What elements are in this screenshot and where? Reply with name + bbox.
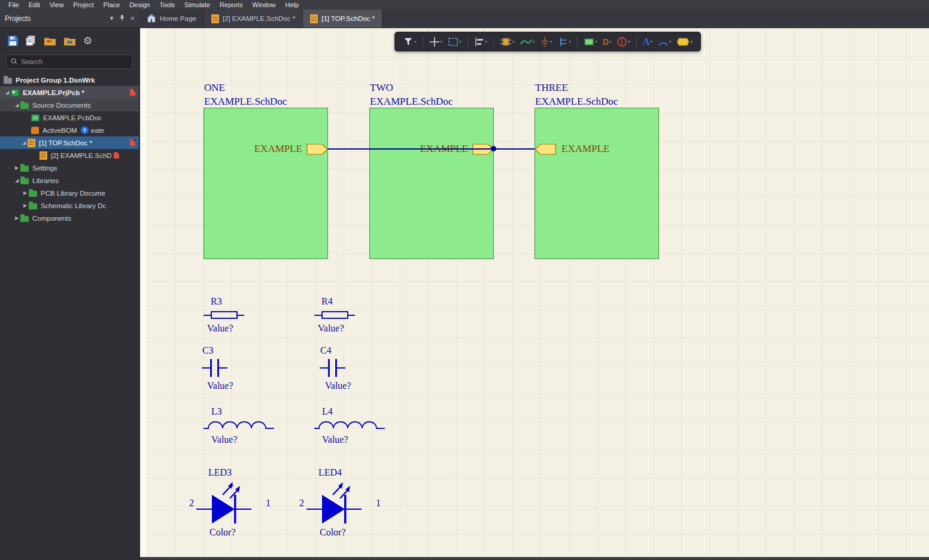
value-label[interactable]: Value?	[207, 323, 244, 334]
tree-item-project-group[interactable]: Project Group 1.DsnWrk	[0, 74, 139, 86]
align-icon[interactable]: ▾	[472, 36, 490, 47]
sheet-symbol-two[interactable]: EXAMPLE	[369, 108, 494, 259]
designator[interactable]: C4	[320, 345, 351, 356]
explorer-folder-icon[interactable]	[63, 36, 76, 46]
documents-icon[interactable]	[26, 35, 37, 47]
sheet-label-two: TWOEXAMPLE.SchDoc	[370, 81, 453, 108]
menu-reports[interactable]: Reports	[215, 1, 248, 8]
schematic-canvas[interactable]: ▾ ▾ ▾ ▾ ▾ ▾ ▾ ▾	[140, 28, 929, 560]
component-c4[interactable]: C4 Value?	[320, 345, 351, 391]
tree-item-settings[interactable]: ▶ Settings	[0, 162, 139, 174]
component-l4[interactable]: L4 Value?	[314, 406, 385, 445]
pin-icon[interactable]	[119, 14, 125, 23]
menu-window[interactable]: Window	[247, 1, 280, 8]
menu-design[interactable]: Design	[125, 1, 154, 8]
search-input[interactable]	[21, 58, 128, 65]
value-label[interactable]: Value?	[325, 381, 351, 391]
wire[interactable]	[328, 148, 535, 150]
value-label[interactable]: Color?	[320, 527, 381, 538]
schdoc-icon	[28, 139, 35, 147]
tree-item-activebom[interactable]: ActiveBOM ? eate	[0, 124, 139, 136]
compile-folder-icon[interactable]	[44, 36, 56, 46]
value-label[interactable]: Value?	[211, 434, 274, 445]
value-label[interactable]: Value?	[207, 381, 233, 391]
tree-item-sch-library[interactable]: ▶ Schematic Library Dc	[0, 199, 139, 212]
cross-cursor-icon[interactable]: ▾	[427, 36, 445, 47]
component-led3[interactable]: LED3 2 1 Color?	[189, 467, 271, 538]
tree-item-example-schdoc[interactable]: [2] EXAMPLE.SchD	[0, 149, 139, 162]
select-area-icon[interactable]: ▾	[446, 36, 463, 47]
sheet-entry[interactable]: EXAMPLE	[535, 143, 609, 155]
expander-expanded-icon[interactable]: ◢	[20, 140, 28, 145]
tree-item-pcbdoc[interactable]: EXAMPLE.PcbDoc	[0, 111, 139, 124]
menu-simulate[interactable]: Simulate	[180, 1, 215, 8]
tree-item-libraries[interactable]: ◢ Libraries	[0, 174, 139, 187]
sheet-symbol-icon[interactable]: ▾	[582, 36, 599, 47]
close-icon[interactable]: ×	[130, 14, 135, 23]
menu-file[interactable]: File	[4, 1, 24, 8]
tab-top-schdoc[interactable]: [1] TOP.SchDoc *	[303, 10, 382, 28]
designator[interactable]: C3	[202, 345, 233, 356]
menu-help[interactable]: Help	[281, 1, 304, 8]
component-r4[interactable]: R4 Value?	[314, 296, 355, 334]
chevron-down-icon: ▾	[512, 39, 515, 44]
tree-item-project[interactable]: ◢ EXAMPLE.PrjPcb *	[0, 86, 139, 99]
expander-collapsed-icon[interactable]: ▶	[13, 165, 20, 171]
search-box[interactable]	[6, 54, 133, 69]
component-l3[interactable]: L3 Value?	[204, 406, 274, 445]
designator[interactable]: R4	[321, 296, 355, 307]
sheet-symbol-one[interactable]: EXAMPLE	[204, 108, 328, 259]
expander-collapsed-icon[interactable]: ▶	[22, 190, 29, 196]
text-string-icon[interactable]: A ▾	[641, 36, 654, 47]
folder-icon	[29, 191, 37, 197]
signal-harness-icon[interactable]: ▾	[556, 36, 573, 47]
tab-example-schdoc[interactable]: [2] EXAMPLE.SchDoc *	[204, 10, 303, 28]
value-label[interactable]: Color?	[210, 527, 271, 538]
designator[interactable]: L4	[322, 406, 385, 417]
filter-icon[interactable]: ▾	[401, 36, 418, 47]
expander-collapsed-icon[interactable]: ▶	[22, 203, 29, 208]
tab-label: [1] TOP.SchDoc *	[321, 15, 375, 22]
place-wire-icon[interactable]: ▾	[518, 36, 537, 47]
port-icon[interactable]: ▾	[675, 38, 694, 46]
designator[interactable]: LED4	[318, 467, 381, 478]
expander-expanded-icon[interactable]: ◢	[13, 102, 20, 108]
schdoc-icon	[211, 14, 219, 23]
chevron-down-icon[interactable]: ▼	[109, 15, 115, 22]
value-label[interactable]: Value?	[318, 323, 355, 334]
chevron-down-icon: ▾	[609, 39, 612, 44]
expander-collapsed-icon[interactable]: ▶	[13, 215, 20, 221]
no-erc-icon[interactable]: ▾	[615, 36, 632, 47]
designator[interactable]: LED3	[208, 467, 271, 478]
place-part-icon[interactable]: ▾	[498, 36, 517, 47]
tab-home-page[interactable]: Home Page	[139, 10, 204, 28]
menu-place[interactable]: Place	[99, 1, 125, 8]
tree-item-source-documents[interactable]: ◢ Source Documents	[0, 99, 139, 111]
menu-edit[interactable]: Edit	[24, 1, 45, 8]
designator[interactable]: L3	[211, 406, 274, 417]
sheet-entry[interactable]: EXAMPLE	[254, 143, 328, 155]
power-port-icon[interactable]: ▾	[538, 36, 554, 47]
menu-view[interactable]: View	[45, 1, 69, 8]
component-led4[interactable]: LED4 2 1 Color?	[299, 467, 381, 538]
save-icon[interactable]	[7, 35, 19, 47]
arc-icon[interactable]: ▾	[656, 37, 673, 47]
menu-project[interactable]: Project	[68, 1, 98, 8]
expander-expanded-icon[interactable]: ◢	[13, 178, 20, 183]
tree-item-components[interactable]: ▶ Components	[0, 212, 139, 224]
tree-item-pcb-library[interactable]: ▶ PCB Library Docume	[0, 187, 139, 199]
gear-icon[interactable]: ⚙	[83, 36, 92, 46]
project-icon	[11, 89, 19, 96]
component-c3[interactable]: C3 Value?	[202, 345, 233, 391]
component-r3[interactable]: R3 Value?	[204, 296, 244, 334]
folder-icon	[20, 178, 29, 184]
projects-panel: ⚙ Project Group 1.DsnWrk ◢ EXAMPLE.PrjPc…	[0, 28, 139, 560]
sheet-symbol-three[interactable]: EXAMPLE	[535, 108, 659, 259]
designator[interactable]: R3	[211, 296, 244, 307]
menu-tools[interactable]: Tools	[154, 1, 180, 8]
tree-item-top-schdoc[interactable]: ◢ [1] TOP.SchDoc *	[0, 136, 139, 149]
value-label[interactable]: Value?	[322, 434, 385, 445]
device-sheet-icon[interactable]: D ▾	[601, 37, 614, 47]
expander-expanded-icon[interactable]: ◢	[4, 90, 11, 95]
modified-doc-icon	[130, 89, 135, 96]
